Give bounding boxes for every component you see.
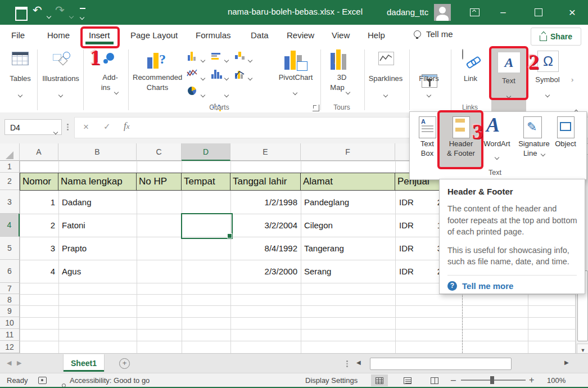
avatar[interactable] bbox=[434, 4, 451, 21]
cell-F3[interactable]: Pandeglang bbox=[301, 190, 395, 214]
enter-icon[interactable]: ✓ bbox=[103, 121, 111, 132]
tab-home[interactable]: Home bbox=[47, 28, 70, 43]
row-header-4[interactable]: 4 bbox=[0, 214, 20, 237]
row-header-11[interactable]: 11 bbox=[0, 329, 20, 341]
hscroll-right-icon[interactable]: ▶ bbox=[564, 359, 569, 366]
redo-dropdown-icon[interactable] bbox=[70, 10, 73, 20]
bar-chart-chevron-icon[interactable] bbox=[225, 54, 228, 64]
filters-chevron-icon[interactable] bbox=[427, 89, 431, 99]
zoom-slider-thumb[interactable] bbox=[490, 376, 494, 384]
cell-A6[interactable]: 4 bbox=[20, 260, 58, 283]
link-button[interactable]: Link bbox=[454, 74, 487, 83]
line-chart-chevron-icon[interactable] bbox=[201, 72, 205, 82]
zoom-level[interactable]: 100% bbox=[547, 376, 566, 385]
column-header-D[interactable]: D bbox=[182, 143, 230, 161]
row-header-1[interactable]: 1 bbox=[0, 161, 20, 173]
pivotchart-button[interactable]: PivotChart bbox=[274, 73, 317, 82]
fx-icon[interactable]: fx bbox=[124, 120, 130, 132]
object-item[interactable]: Object bbox=[549, 139, 582, 148]
row-header-8[interactable]: 8 bbox=[0, 294, 20, 305]
qat-customize-chevron-icon[interactable] bbox=[80, 11, 84, 21]
qat-customize-icon[interactable] bbox=[80, 8, 85, 9]
undo-dropdown-icon[interactable] bbox=[47, 10, 51, 20]
share-button[interactable]: Share bbox=[531, 28, 581, 46]
cell-F4[interactable]: Cilegon bbox=[301, 214, 395, 237]
scatter-chart-chevron-icon[interactable] bbox=[225, 89, 228, 99]
tab-data[interactable]: Data bbox=[251, 28, 269, 43]
wordart-item[interactable]: WordArt bbox=[480, 139, 514, 148]
sparklines-button[interactable]: Sparklines bbox=[367, 74, 405, 83]
ribbon-overflow-icon[interactable]: › bbox=[571, 75, 573, 84]
tab-view[interactable]: View bbox=[332, 28, 350, 43]
user-name[interactable]: dadang_ttc bbox=[387, 7, 428, 17]
pie-chart-chevron-icon[interactable] bbox=[201, 89, 205, 99]
column-header-C[interactable]: C bbox=[137, 143, 182, 161]
tables-chevron-icon[interactable] bbox=[19, 89, 22, 99]
column-header-A[interactable]: A bbox=[20, 143, 58, 161]
cell-F6[interactable]: Serang bbox=[301, 260, 395, 283]
illustrations-button[interactable]: Illustrations bbox=[39, 74, 82, 83]
add-ins-chevron-icon[interactable] bbox=[115, 86, 118, 96]
cell-B3[interactable]: Dadang bbox=[58, 190, 137, 214]
column-header-E[interactable]: E bbox=[230, 143, 301, 161]
tab-review[interactable]: Review bbox=[287, 28, 314, 43]
sheet-nav-right-icon[interactable]: ▶ bbox=[17, 359, 21, 367]
cancel-icon[interactable]: × bbox=[83, 121, 89, 133]
ribbon-display-options-icon[interactable] bbox=[470, 8, 480, 16]
histogram-chart-icon[interactable] bbox=[211, 70, 222, 79]
display-settings-button[interactable]: Display Settings bbox=[305, 376, 358, 385]
view-normal-button[interactable] bbox=[371, 375, 388, 386]
column-header-B[interactable]: B bbox=[58, 143, 137, 161]
row-header-3[interactable]: 3 bbox=[0, 190, 20, 214]
redo-icon[interactable]: ↷ bbox=[55, 4, 65, 16]
select-all-corner[interactable] bbox=[0, 143, 20, 161]
save-icon[interactable] bbox=[15, 7, 28, 21]
tell-me[interactable]: Tell me bbox=[426, 29, 453, 39]
undo-icon[interactable]: ↶ bbox=[33, 4, 42, 16]
name-box-chevron-icon[interactable] bbox=[54, 126, 57, 136]
charts-dialog-launcher-icon[interactable] bbox=[313, 105, 319, 111]
cell-A3[interactable]: 1 bbox=[20, 190, 58, 214]
symbol-chevron-icon[interactable] bbox=[546, 89, 549, 99]
symbol-button[interactable]: Symbol bbox=[531, 75, 564, 84]
row-header-10[interactable]: 10 bbox=[0, 317, 20, 329]
add-ins-button[interactable]: Add- bbox=[94, 73, 126, 82]
cell-A2[interactable]: Nomor bbox=[20, 173, 59, 191]
tab-formulas[interactable]: Formulas bbox=[196, 28, 231, 43]
close-button[interactable]: × bbox=[561, 4, 584, 21]
sparklines-chevron-icon[interactable] bbox=[384, 89, 387, 99]
column-header-F[interactable]: F bbox=[301, 143, 395, 161]
histogram-chart-chevron-icon[interactable] bbox=[225, 72, 228, 82]
accessibility-status[interactable]: Accessibility: Good to go bbox=[70, 376, 150, 385]
row-header-2[interactable]: 2 bbox=[0, 173, 20, 190]
pie-chart-icon[interactable] bbox=[188, 87, 196, 95]
cell-E5[interactable]: 8/4/1992 bbox=[230, 237, 301, 260]
row-header-6[interactable]: 6 bbox=[0, 260, 20, 283]
row-header-9[interactable]: 9 bbox=[0, 305, 20, 317]
wordart-chevron-icon[interactable] bbox=[495, 151, 499, 161]
tables-button[interactable]: Tables bbox=[4, 74, 36, 83]
cell-C2[interactable]: No HP bbox=[136, 173, 182, 191]
3d-map-button[interactable]: 3D bbox=[325, 73, 359, 82]
combo-chart-icon[interactable] bbox=[235, 70, 243, 79]
line-chart-icon[interactable] bbox=[187, 69, 198, 80]
cell-D2[interactable]: Tempat bbox=[181, 173, 231, 191]
cell-E4[interactable]: 3/2/2004 bbox=[230, 214, 301, 237]
sheet-nav-left-icon[interactable]: ◀ bbox=[7, 359, 11, 367]
tab-page-layout[interactable]: Page Layout bbox=[130, 28, 178, 43]
formula-bar-divider[interactable] bbox=[67, 123, 69, 132]
maximize-button[interactable] bbox=[527, 4, 550, 21]
macro-record-icon[interactable] bbox=[38, 377, 47, 384]
recommended-charts-label2[interactable]: Charts bbox=[133, 83, 182, 92]
hscroll-left-icon[interactable]: ◀ bbox=[356, 359, 361, 366]
stock-chart-chevron-icon[interactable] bbox=[248, 54, 252, 64]
row-header-12[interactable]: 12 bbox=[0, 341, 20, 353]
zoom-out-icon[interactable]: – bbox=[451, 375, 456, 385]
zoom-in-icon[interactable]: + bbox=[529, 375, 534, 385]
row-header-7[interactable]: 7 bbox=[0, 283, 20, 294]
cell-E6[interactable]: 2/3/2000 bbox=[230, 260, 301, 283]
tab-scroll-divider[interactable] bbox=[346, 359, 348, 368]
row-header-5[interactable]: 5 bbox=[0, 237, 20, 260]
cell-B4[interactable]: Fatoni bbox=[58, 214, 137, 237]
signature-line-item[interactable]: Signature Line bbox=[515, 139, 553, 158]
